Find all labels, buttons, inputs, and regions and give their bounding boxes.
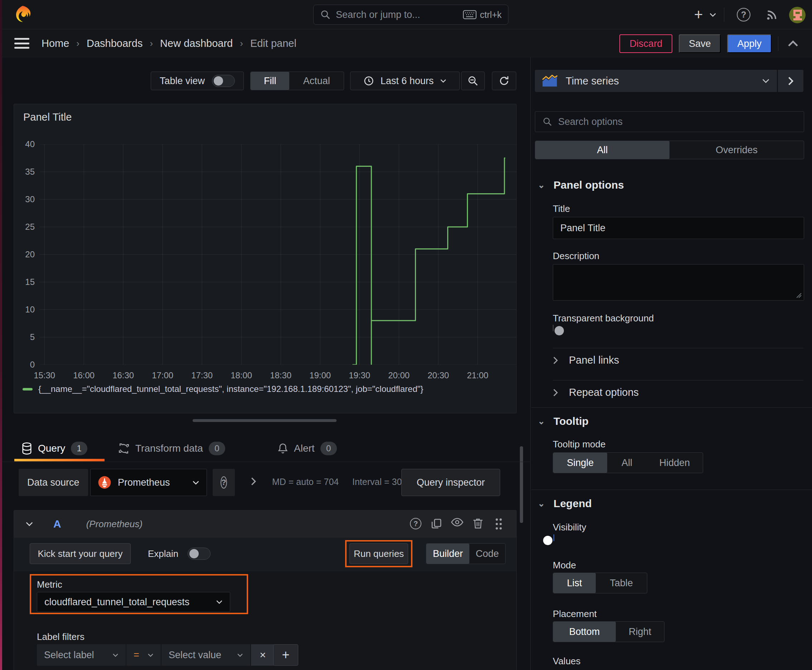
query-collapse-chevron-down-icon[interactable] (25, 521, 33, 526)
chart-legend[interactable]: {__name__="cloudflared_tunnel_total_requ… (22, 384, 423, 394)
search-options-placeholder: Search options (558, 116, 622, 127)
drag-handle-icon[interactable] (488, 518, 509, 530)
user-avatar[interactable] (789, 7, 805, 23)
top-bar: Search or jump to... ctrl+k + ? (0, 0, 812, 29)
legend-series-swatch (22, 388, 32, 391)
operator-dropdown[interactable]: = (126, 644, 161, 666)
actual-option[interactable]: Actual (289, 72, 344, 90)
add-chevron-down-icon[interactable] (707, 0, 719, 29)
legend-placement-segment: Bottom Right (553, 621, 665, 642)
code-option[interactable]: Code (470, 544, 505, 564)
builder-code-segment: Builder Code (426, 543, 505, 564)
builder-option[interactable]: Builder (426, 544, 470, 564)
select-value-dropdown[interactable]: Select value (161, 644, 250, 666)
explain-toggle[interactable] (188, 548, 210, 560)
global-search-input[interactable]: Search or jump to... ctrl+k (313, 5, 509, 25)
fill-option[interactable]: Fill (251, 72, 289, 90)
breadcrumb-dashboards[interactable]: Dashboards (86, 37, 142, 49)
x-axis-tick: 19:00 (304, 371, 336, 381)
tab-alert[interactable]: Alert 0 (278, 435, 337, 462)
panel-title-input[interactable]: Panel Title (553, 217, 804, 239)
breadcrumb-new-dashboard[interactable]: New dashboard (160, 37, 233, 49)
search-options-input[interactable]: Search options (535, 111, 804, 132)
menu-toggle-icon[interactable] (14, 38, 29, 49)
tab-query[interactable]: Query 1 (22, 435, 87, 462)
refresh-button[interactable] (492, 71, 516, 90)
apply-button[interactable]: Apply (727, 34, 771, 53)
max-datapoints-stat: MD = auto = 704 (272, 477, 339, 487)
panel-links-section[interactable]: Panel links (553, 354, 619, 366)
query-help-icon[interactable]: ? (405, 518, 426, 530)
database-icon (22, 442, 32, 455)
grafana-logo-icon[interactable] (13, 5, 32, 24)
toggle-visibility-eye-icon[interactable] (447, 518, 468, 530)
keyboard-icon (463, 10, 476, 19)
query-inspector-button[interactable]: Query inspector (401, 469, 500, 496)
section-divider (531, 407, 812, 408)
tooltip-header-label: Tooltip (554, 415, 588, 427)
tab-all[interactable]: All (535, 141, 670, 159)
tooltip-header[interactable]: ⌄ Tooltip (538, 415, 588, 427)
query-row-header[interactable]: A (Prometheus) ? (14, 510, 516, 538)
add-filter-button[interactable]: + (273, 644, 298, 666)
select-label-dropdown[interactable]: Select label (37, 644, 125, 666)
duplicate-query-icon[interactable] (426, 518, 447, 530)
legend-mode-list[interactable]: List (553, 573, 596, 593)
section-divider (553, 380, 804, 381)
save-button[interactable]: Save (679, 34, 721, 53)
horizontal-scrollbar-thumb[interactable] (193, 419, 337, 422)
datasource-help-button[interactable]: ? (213, 469, 235, 496)
table-view-toggle[interactable] (212, 75, 235, 87)
metric-select[interactable]: cloudflared_tunnel_total_requests (37, 592, 230, 612)
explain-control: Explain (148, 548, 210, 560)
tooltip-all-option[interactable]: All (607, 453, 646, 473)
delete-query-trash-icon[interactable] (468, 518, 488, 530)
tab-query-label: Query (38, 443, 65, 454)
breadcrumb-home[interactable]: Home (42, 37, 69, 49)
y-axis-tick: 30 (15, 195, 35, 205)
legend-placement-right[interactable]: Right (616, 622, 664, 642)
visualization-picker[interactable]: Time series (535, 70, 777, 92)
collapse-header-chevron-up-icon[interactable] (785, 41, 801, 47)
help-icon[interactable]: ? (734, 0, 753, 29)
legend-series-label: {__name__="cloudflared_tunnel_total_requ… (38, 384, 423, 394)
tab-query-count: 1 (71, 442, 87, 455)
topbar-divider (724, 7, 724, 22)
repeat-options-section[interactable]: Repeat options (553, 387, 639, 398)
datasource-picker[interactable]: Prometheus (90, 469, 207, 496)
tooltip-hidden-option[interactable]: Hidden (647, 453, 703, 473)
remove-filter-button[interactable]: × (251, 644, 275, 666)
sidebar-collapse-button[interactable] (778, 70, 804, 92)
tab-transform-data[interactable]: Transform data 0 (118, 435, 225, 462)
kick-start-query-button[interactable]: Kick start your query (30, 543, 131, 564)
legend-mode-table[interactable]: Table (596, 573, 647, 593)
time-range-picker[interactable]: Last 6 hours (350, 71, 460, 90)
zoom-out-button[interactable] (461, 71, 485, 90)
x-axis-tick: 17:00 (146, 371, 179, 381)
description-textarea[interactable] (553, 264, 804, 301)
time-range-chevron-down-icon (440, 79, 446, 83)
clock-icon (363, 76, 374, 86)
time-series-chart[interactable] (40, 144, 516, 365)
time-series-viz-icon (542, 75, 558, 87)
panel-options-header[interactable]: ⌄ Panel options (538, 179, 624, 191)
legend-placement-bottom[interactable]: Bottom (553, 622, 616, 642)
query-editor-card: A (Prometheus) ? Kick start your query (14, 510, 517, 670)
news-rss-icon[interactable] (762, 0, 781, 29)
interval-stat: Interval = 30s (352, 477, 406, 487)
run-queries-button[interactable]: Run queries (349, 543, 408, 564)
legend-visibility-toggle[interactable] (554, 535, 554, 541)
breadcrumb: Home › Dashboards › New dashboard › Edit… (42, 29, 297, 57)
add-button[interactable]: + (690, 0, 707, 29)
tab-overrides[interactable]: Overrides (670, 141, 804, 159)
explain-label: Explain (148, 548, 178, 559)
panel-links-chevron-right-icon (553, 356, 558, 365)
tooltip-single-option[interactable]: Single (553, 453, 607, 473)
options-expand-chevron-icon[interactable] (251, 477, 256, 486)
transparent-background-toggle[interactable] (553, 325, 554, 332)
discard-button[interactable]: Discard (619, 34, 672, 53)
label-filters-label: Label filters (37, 631, 85, 643)
legend-header[interactable]: ⌄ Legend (538, 497, 592, 510)
query-builder-body: Metric cloudflared_tunnel_total_requests… (14, 571, 516, 670)
table-view-control: Table view (151, 71, 244, 90)
